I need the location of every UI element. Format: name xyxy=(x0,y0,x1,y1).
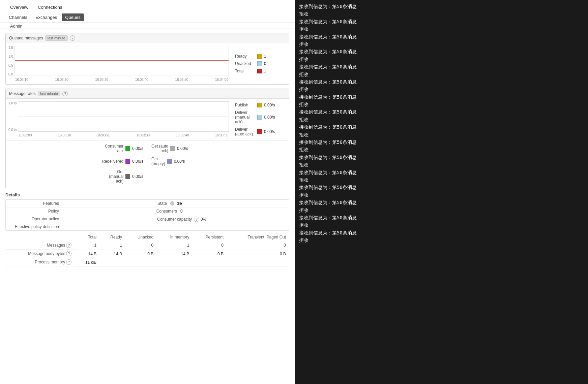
nav-overview[interactable]: Overview xyxy=(5,3,33,12)
message-rates-label: Message rates xyxy=(9,91,36,96)
log-line: 接收到信息为：第50条消息 xyxy=(299,184,584,191)
right-panel: 接收到信息为：第50条消息拒收接收到信息为：第50条消息拒收接收到信息为：第50… xyxy=(295,0,588,384)
message-rates-legend: Publish 0.00/s Deliver (manual ack) 0.00… xyxy=(232,101,286,138)
message-rates-help[interactable]: ? xyxy=(62,91,68,96)
queued-messages-title: Queued messages last minute ? xyxy=(6,33,289,43)
nav-row2: Channels Exchanges Queues xyxy=(0,12,295,23)
detail-policy: Policy xyxy=(6,207,147,215)
consumer-capacity-help[interactable]: ? xyxy=(194,217,199,222)
message-rates-chart-container: 1.0 /s 0.0 /s 16:03:00 16:03:10 16:03:20… xyxy=(6,99,289,140)
rate-get-empty: Get (empty) 0.00/s xyxy=(147,155,289,168)
detail-consumers: Consumers 0 xyxy=(147,207,289,215)
process-memory-help[interactable]: ? xyxy=(66,259,71,265)
rate-get-auto-ack: Get (auto ack) 0.00/s xyxy=(147,142,289,155)
publish-color xyxy=(257,103,262,107)
queued-messages-label: Queued messages xyxy=(9,36,43,40)
log-line: 拒收 xyxy=(299,161,584,168)
log-line: 接收到信息为：第50条消息 xyxy=(299,33,584,40)
log-line: 拒收 xyxy=(299,176,584,184)
redelivered-color xyxy=(125,159,130,164)
rate-get-manual-ack: Get (manual ack) 0.00/s xyxy=(6,168,147,185)
log-line: 拒收 xyxy=(299,236,584,244)
deliver-auto-color xyxy=(257,129,262,134)
nav-row1: Overview Connections xyxy=(0,0,295,12)
detail-features: Features xyxy=(6,200,147,207)
message-rates-badge[interactable]: last minute xyxy=(38,91,60,96)
queued-messages-legend: Ready 1 Unacked 0 Total 1 xyxy=(232,46,286,82)
log-line: 拒收 xyxy=(299,131,584,138)
detail-effective-policy: Effective policy definition xyxy=(6,223,147,230)
get-manual-ack-color xyxy=(125,174,130,179)
detail-state: State idle xyxy=(147,200,289,207)
ready-color xyxy=(257,54,262,59)
state-dot xyxy=(170,201,174,205)
queued-messages-y-labels: 1.5 1.0 0.5 0.0 xyxy=(8,46,14,76)
log-line: 拒收 xyxy=(299,101,584,108)
log-line: 拒收 xyxy=(299,25,584,33)
log-line: 接收到信息为：第50条消息 xyxy=(299,93,584,101)
nav-channels[interactable]: Channels xyxy=(5,13,31,21)
messages-help[interactable]: ? xyxy=(66,243,71,248)
message-body-bytes-help[interactable]: ? xyxy=(66,251,71,256)
get-empty-color xyxy=(167,159,172,164)
unacked-color xyxy=(257,61,262,66)
log-line: 拒收 xyxy=(299,56,584,63)
table-row: Process memory ? 11 kiB xyxy=(5,258,289,266)
rate-consumer-ack: Consumer ack 0.00/s xyxy=(6,142,147,155)
log-line: 拒收 xyxy=(299,221,584,229)
log-line: 接收到信息为：第50条消息 xyxy=(299,138,584,146)
log-line: 接收到信息为：第50条消息 xyxy=(299,123,584,131)
nav-exchanges[interactable]: Exchanges xyxy=(32,13,60,21)
log-line: 拒收 xyxy=(299,191,584,199)
log-line: 接收到信息为：第50条消息 xyxy=(299,108,584,116)
detail-consumer-capacity: Consumer capacity ? 0% xyxy=(147,215,289,223)
log-line: 拒收 xyxy=(299,206,584,214)
queued-messages-chart-container: 1.5 1.0 0.5 0.0 xyxy=(6,43,289,84)
log-line: 拒收 xyxy=(299,71,584,78)
message-rates-svg xyxy=(18,101,229,132)
legend-ready: Ready 1 xyxy=(235,54,284,59)
table-row: Message body bytes ? 14 B 14 B 0 B 14 B … xyxy=(5,250,289,258)
rate-redelivered: Redelivered 0.00/s xyxy=(6,155,147,168)
deliver-manual-color xyxy=(257,115,262,120)
get-auto-ack-color xyxy=(170,146,175,151)
queued-messages-section: Queued messages last minute ? 1.5 1.0 0.… xyxy=(5,33,289,85)
total-color xyxy=(257,69,262,73)
queued-messages-help[interactable]: ? xyxy=(70,35,75,41)
log-line: 拒收 xyxy=(299,10,584,18)
message-rates-x-labels: 16:03:00 16:03:10 16:03:20 16:03:30 16:0… xyxy=(18,133,229,137)
details-section: Details Features Policy Operator policy xyxy=(5,192,289,267)
nav-connections[interactable]: Connections xyxy=(33,3,67,12)
message-rates-title: Message rates last minute ? xyxy=(6,89,289,99)
nav-row3: Admin xyxy=(0,23,295,29)
nav-admin[interactable]: Admin xyxy=(5,22,27,31)
legend-deliver-auto: Deliver (auto ack) 0.00/s xyxy=(235,127,284,136)
log-line: 接收到信息为：第50条消息 xyxy=(299,229,584,236)
nav-queues[interactable]: Queues xyxy=(62,13,84,21)
log-line: 接收到信息为：第50条消息 xyxy=(299,214,584,221)
details-grid: Features Policy Operator policy Effectiv… xyxy=(5,199,289,231)
log-line: 接收到信息为：第50条消息 xyxy=(299,169,584,176)
messages-table: Total Ready Unacked In memory Persistent… xyxy=(5,233,289,267)
message-rates-chart: 16:03:00 16:03:10 16:03:20 16:03:30 16:0… xyxy=(18,101,229,138)
detail-operator-policy: Operator policy xyxy=(6,215,147,223)
details-title: Details xyxy=(5,192,289,197)
log-lines: 接收到信息为：第50条消息拒收接收到信息为：第50条消息拒收接收到信息为：第50… xyxy=(299,3,584,244)
log-line: 接收到信息为：第50条消息 xyxy=(299,3,584,10)
table-header-row: Total Ready Unacked In memory Persistent… xyxy=(5,233,289,241)
log-line: 拒收 xyxy=(299,86,584,93)
log-line: 接收到信息为：第50条消息 xyxy=(299,18,584,25)
queued-messages-svg xyxy=(14,46,229,76)
log-line: 接收到信息为：第50条消息 xyxy=(299,78,584,86)
details-left: Features Policy Operator policy Effectiv… xyxy=(6,200,147,230)
log-line: 拒收 xyxy=(299,116,584,123)
table-row: Messages ? 1 1 0 1 0 0 xyxy=(5,241,289,250)
queued-messages-x-labels: 16:03:10 16:03:20 16:03:30 16:03:40 16:0… xyxy=(14,78,229,82)
log-line: 接收到信息为：第50条消息 xyxy=(299,63,584,70)
log-line: 接收到信息为：第50条消息 xyxy=(299,48,584,55)
queued-messages-badge[interactable]: last minute xyxy=(45,35,68,41)
log-line: 拒收 xyxy=(299,146,584,153)
log-line: 拒收 xyxy=(299,40,584,48)
log-line: 接收到信息为：第50条消息 xyxy=(299,199,584,206)
legend-total: Total 1 xyxy=(235,69,284,73)
